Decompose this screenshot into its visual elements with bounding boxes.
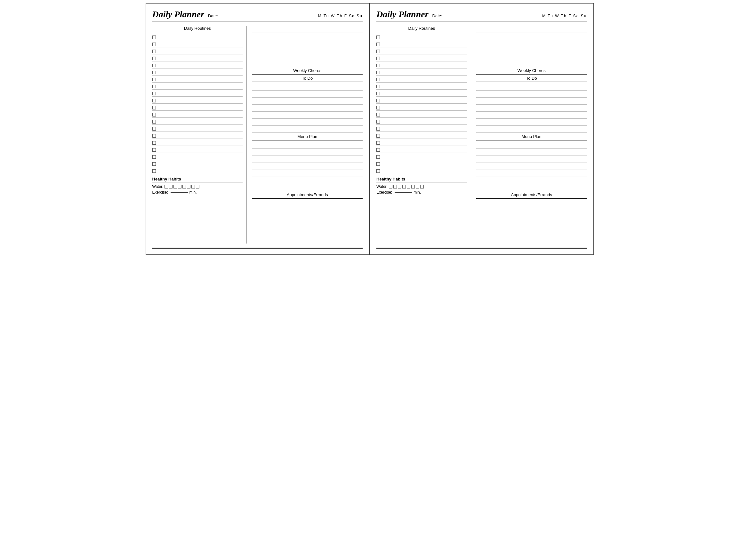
checkbox[interactable] [377,134,380,138]
checkbox[interactable] [377,78,380,81]
checkbox[interactable] [377,85,380,88]
routine-item [377,160,467,167]
routine-item [377,33,467,40]
checkbox[interactable] [152,49,156,53]
checkbox[interactable] [152,106,156,110]
water-box[interactable] [398,185,401,188]
checkbox[interactable] [152,141,156,145]
right-section-menu-plan: Menu Plan [252,134,362,191]
checkbox[interactable] [377,155,380,159]
routine-item [152,33,243,40]
checkbox[interactable] [152,35,156,39]
checkbox[interactable] [152,162,156,166]
line-row [476,54,587,61]
checkbox[interactable] [377,169,380,173]
to-do-header: To Do [252,76,362,82]
routine-item [377,54,467,61]
checkbox[interactable] [152,42,156,46]
water-box[interactable] [411,185,415,188]
checkbox[interactable] [377,127,380,131]
line-row [476,142,587,149]
weekly-chores-header: Weekly Chores [252,68,362,75]
water-box[interactable] [420,185,424,188]
checkbox[interactable] [377,113,380,117]
right-section-appointments-errands: Appointments/Errands [252,192,362,242]
routine-item [152,167,243,174]
water-box[interactable] [407,185,410,188]
water-box[interactable] [173,185,177,188]
water-box[interactable] [182,185,186,188]
checkbox[interactable] [377,141,380,145]
routine-item [152,118,243,125]
checkbox[interactable] [152,155,156,159]
checkbox[interactable] [152,148,156,152]
daily-routines-header: Daily Routines [152,26,243,32]
pages-wrapper: Daily PlannerDate:M Tu W Th F Sa SuDaily… [146,3,594,255]
checkbox[interactable] [152,78,156,81]
water-box[interactable] [196,185,199,188]
checkbox[interactable] [152,85,156,88]
checkbox[interactable] [152,127,156,131]
water-box[interactable] [169,185,172,188]
date-input-line[interactable] [221,17,250,17]
checkbox[interactable] [377,92,380,95]
right-section-menu-plan: Menu Plan [476,134,587,191]
routine-item [377,90,467,97]
left-column: Daily RoutinesHealthy HabitsWater:Exerci… [377,26,471,244]
right-section-to-do: To Do [252,76,362,133]
water-box[interactable] [416,185,419,188]
water-row: Water: [377,184,467,189]
checkbox[interactable] [377,106,380,110]
checkbox[interactable] [377,64,380,67]
exercise-input-line[interactable] [395,192,412,193]
checkbox[interactable] [152,169,156,173]
checkbox[interactable] [152,99,156,102]
checkbox[interactable] [152,64,156,67]
routine-item [152,68,243,76]
water-box[interactable] [389,185,392,188]
page-2: Daily PlannerDate:M Tu W Th F Sa SuDaily… [370,3,594,255]
line-row [476,112,587,119]
water-box[interactable] [402,185,406,188]
line-row [476,126,587,133]
date-label: Date: [432,13,442,18]
date-input-line[interactable] [446,17,474,17]
checkbox[interactable] [152,134,156,138]
line-row [252,126,362,133]
line-row [476,26,587,33]
water-box[interactable] [393,185,397,188]
checkbox[interactable] [377,57,380,60]
water-box[interactable] [164,185,168,188]
checkbox[interactable] [377,49,380,53]
line-row [476,214,587,221]
routine-item [377,68,467,76]
checkbox[interactable] [377,162,380,166]
page-header: Daily PlannerDate:M Tu W Th F Sa Su [377,9,587,21]
right-section-appointments-errands: Appointments/Errands [476,192,587,242]
routine-item [377,146,467,153]
checkbox[interactable] [152,57,156,60]
checkbox[interactable] [377,35,380,39]
line-row [252,54,362,61]
line-row [476,235,587,242]
checkbox[interactable] [377,42,380,46]
checkbox[interactable] [152,92,156,95]
checkbox[interactable] [377,71,380,74]
checkbox[interactable] [377,148,380,152]
water-box[interactable] [191,185,195,188]
checkbox[interactable] [152,71,156,74]
water-box[interactable] [178,185,181,188]
checkbox[interactable] [152,120,156,124]
line-row [252,84,362,91]
exercise-input-line[interactable] [171,192,188,193]
checkbox[interactable] [377,120,380,124]
water-box[interactable] [187,185,190,188]
checkbox[interactable] [152,113,156,117]
appointments-errands-header: Appointments/Errands [252,192,362,199]
line-row [476,98,587,105]
line-row [252,119,362,126]
routine-item [377,76,467,83]
routine-item [152,90,243,97]
checkbox[interactable] [377,99,380,102]
routine-item [152,76,243,83]
